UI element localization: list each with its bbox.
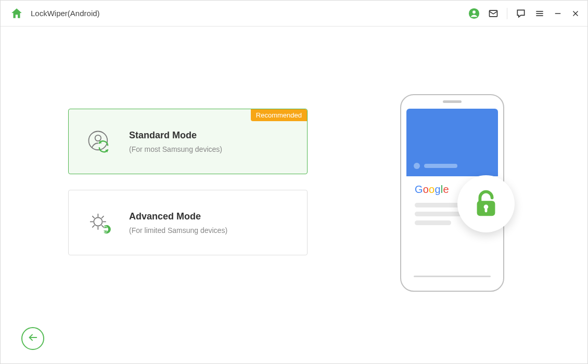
- standard-mode-subtitle: (For most Samsung devices): [129, 145, 222, 153]
- home-icon[interactable]: [10, 7, 23, 20]
- app-window: LockWiper(Android): [0, 0, 588, 364]
- content: Recommended Standard Mode (For most Sams: [1, 27, 587, 363]
- avatar-dot: [414, 163, 420, 169]
- header-line: [424, 164, 457, 168]
- phone-speaker: [443, 100, 462, 103]
- separator: [507, 8, 507, 19]
- unlock-badge: [457, 175, 515, 232]
- gear-g-icon: [83, 207, 114, 238]
- standard-mode-title: Standard Mode: [129, 130, 222, 141]
- minimize-icon[interactable]: [553, 9, 563, 18]
- menu-icon[interactable]: [534, 8, 545, 19]
- svg-point-1: [472, 10, 476, 14]
- svg-point-10: [95, 135, 101, 141]
- close-icon[interactable]: [571, 9, 580, 18]
- modes-column: Recommended Standard Mode (For most Sams: [68, 109, 308, 271]
- phone-illustration: Google: [390, 94, 515, 302]
- phone-header-pane: [406, 109, 498, 176]
- advanced-mode-title: Advanced Mode: [129, 211, 227, 222]
- mail-icon[interactable]: [488, 8, 498, 19]
- standard-mode-texts: Standard Mode (For most Samsung devices): [129, 130, 222, 153]
- app-title: LockWiper(Android): [31, 9, 100, 18]
- titlebar: LockWiper(Android): [1, 1, 587, 27]
- titlebar-right: [468, 8, 580, 19]
- recommended-badge: Recommended: [251, 109, 307, 121]
- svg-rect-14: [485, 208, 488, 213]
- feedback-icon[interactable]: [516, 8, 526, 19]
- advanced-mode-texts: Advanced Mode (For limited Samsung devic…: [129, 211, 227, 235]
- arrow-left-icon: [27, 332, 39, 345]
- unlock-icon: [470, 187, 502, 221]
- placeholder-row: [415, 220, 451, 225]
- advanced-mode-card[interactable]: Advanced Mode (For limited Samsung devic…: [68, 190, 308, 255]
- advanced-mode-subtitle: (For limited Samsung devices): [129, 226, 227, 235]
- titlebar-left: LockWiper(Android): [10, 7, 100, 20]
- standard-mode-card[interactable]: Recommended Standard Mode (For most Sams: [68, 109, 308, 174]
- phone-bottom-line: [414, 276, 491, 277]
- back-button[interactable]: [21, 327, 44, 350]
- account-icon[interactable]: [468, 8, 480, 19]
- refresh-user-icon: [83, 126, 114, 157]
- svg-point-11: [94, 217, 102, 226]
